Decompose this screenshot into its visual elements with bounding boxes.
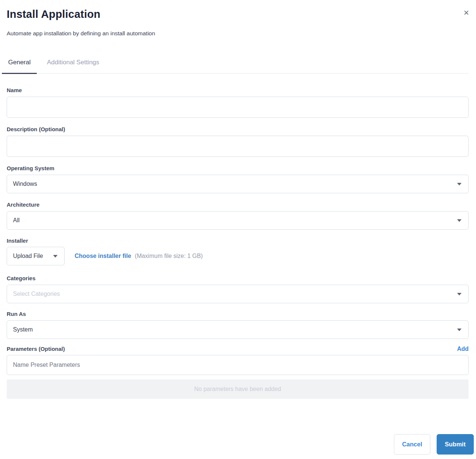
parameters-empty-state: No parameters have been added [7,379,469,399]
parameters-label: Parameters (Optional) [7,346,65,352]
run-as-value: System [13,326,33,333]
dialog-footer: Cancel Submit [7,434,469,455]
categories-label: Categories [7,275,469,282]
description-field-group: Description (Optional) [7,126,469,157]
run-as-field-group: Run As System [7,311,469,339]
installer-label: Installer [7,237,469,244]
parameters-label-row: Parameters (Optional) Add [7,346,469,352]
add-parameter-button[interactable]: Add [457,346,469,352]
operating-system-field-group: Operating System Windows [7,165,469,193]
dialog-title: Install Application [7,7,469,21]
categories-placeholder: Select Categories [13,291,60,297]
tab-bar: General Additional Settings [2,58,469,74]
installer-row: Upload File Choose installer file (Maxim… [7,247,469,265]
parameter-name-input[interactable] [7,355,469,375]
operating-system-select[interactable]: Windows [7,175,469,193]
cancel-button[interactable]: Cancel [394,434,430,455]
run-as-select[interactable]: System [7,320,469,339]
operating-system-value: Windows [13,181,37,187]
installer-field-group: Installer Upload File Choose installer f… [7,237,469,265]
chevron-down-icon [53,255,58,258]
name-label: Name [7,87,469,94]
run-as-label: Run As [7,311,469,317]
architecture-select[interactable]: All [7,211,469,230]
installer-source-value: Upload File [13,253,43,259]
dialog-subtitle: Automate app installation by defining an… [7,30,469,37]
tab-additional-settings[interactable]: Additional Settings [40,58,105,74]
name-input[interactable] [7,97,469,118]
categories-select[interactable]: Select Categories [7,285,469,303]
choose-installer-file-link[interactable]: Choose installer file [75,253,131,259]
submit-button[interactable]: Submit [437,434,474,455]
chevron-down-icon [457,329,462,331]
name-field-group: Name [7,87,469,118]
architecture-field-group: Architecture All [7,201,469,230]
installer-source-select[interactable]: Upload File [7,247,65,265]
max-file-size-note: (Maximum file size: 1 GB) [135,253,203,259]
parameters-field-group: Parameters (Optional) Add No parameters … [7,346,469,399]
chevron-down-icon [457,293,462,295]
parameters-empty-message: No parameters have been added [194,386,281,392]
categories-field-group: Categories Select Categories [7,275,469,303]
chevron-down-icon [457,219,462,222]
operating-system-label: Operating System [7,165,469,172]
description-label: Description (Optional) [7,126,469,133]
description-input[interactable] [7,136,469,157]
install-application-dialog: ✕ Install Application Automate app insta… [0,0,476,459]
close-icon[interactable]: ✕ [462,8,471,17]
chevron-down-icon [457,183,462,185]
architecture-value: All [13,217,20,224]
architecture-label: Architecture [7,201,469,208]
tab-general[interactable]: General [2,58,37,74]
